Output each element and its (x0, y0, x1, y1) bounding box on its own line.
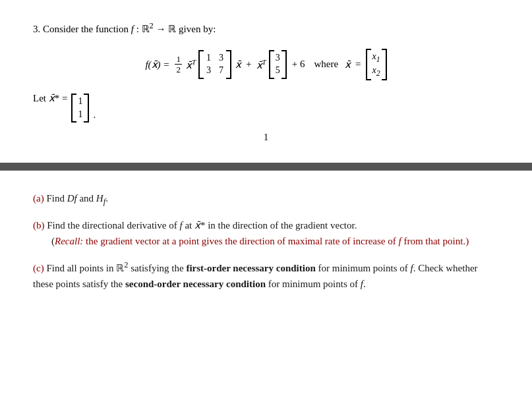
where-label: where (314, 59, 338, 70)
problem-number: 3. (33, 24, 40, 34)
matrix-x: x1 x2 (366, 49, 387, 81)
matrix-b: 3 5 (269, 50, 287, 78)
bottom-section: (a) Find Df and Hf. (b) Find the directi… (0, 171, 532, 321)
sub-c-text: Find all points in ℝ2 satisfying the fir… (33, 263, 478, 289)
x-transpose: x̄T (186, 58, 196, 71)
x-vec-1: x̄ (235, 59, 241, 70)
fraction-half: 1 2 (175, 54, 182, 75)
problem-header: 3. Consider the function f : ℝ2 → ℝ give… (33, 20, 499, 37)
x-transpose-2: x̄T (256, 58, 266, 71)
top-section: 3. Consider the function f : ℝ2 → ℝ give… (0, 0, 532, 163)
subproblem-c: (c) Find all points in ℝ2 satisfying the… (33, 258, 499, 292)
equals-sign: = (355, 59, 361, 70)
sub-label-c: (c) (33, 263, 44, 273)
sub-b-text: Find the directional derivative of f at … (33, 220, 469, 246)
problem-statement: Consider the function f : ℝ2 → ℝ given b… (43, 24, 216, 34)
const-term: + 6 (292, 59, 305, 70)
subproblem-b: (b) Find the directional derivative of f… (33, 217, 499, 249)
section-divider (0, 163, 532, 171)
formula-lhs: f(x̄) = (145, 59, 169, 70)
let-section: Let x̄* = 1 1 . (33, 92, 499, 122)
sub-label-a: (a) (33, 193, 44, 204)
subproblem-a: (a) Find Df and Hf. (33, 190, 499, 208)
formula-display: f(x̄) = 1 2 x̄T 13 37 x̄ + x̄T 3 5 + 6 w… (33, 49, 499, 81)
sub-label-b: (b) (33, 220, 45, 231)
matrix-A: 13 37 (198, 50, 231, 78)
let-matrix: 1 1 (71, 94, 89, 122)
page-number: 1 (33, 132, 499, 143)
sub-a-text: Find Df and Hf. (46, 193, 108, 204)
let-label: Let x̄* = (33, 92, 67, 104)
recall-block: (Recall: the gradient vector at a point … (51, 236, 469, 246)
plus-sign: + (246, 59, 251, 70)
period: . (93, 109, 96, 121)
x-equals: x̄ (345, 59, 351, 70)
